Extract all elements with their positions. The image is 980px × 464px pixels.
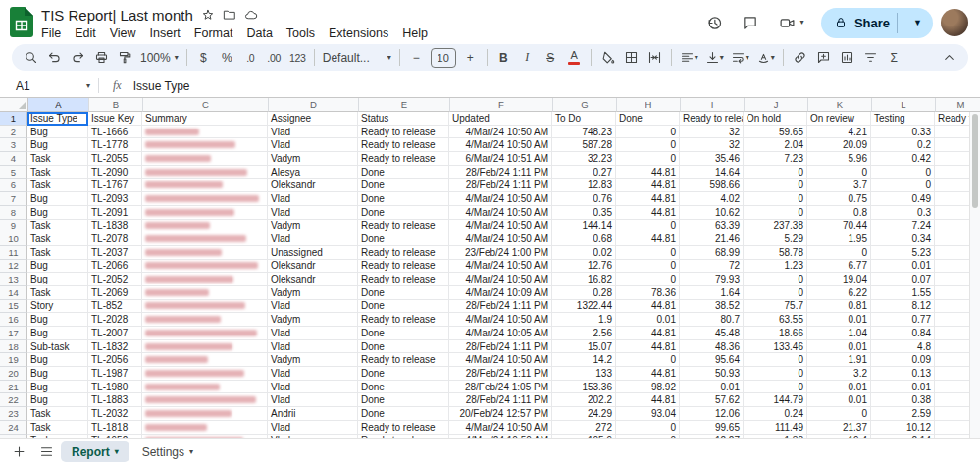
row-header-1[interactable]: 1: [0, 112, 27, 126]
cell[interactable]: 0.68: [552, 232, 616, 246]
cell[interactable]: 0.35: [552, 206, 616, 220]
cell[interactable]: 1.38: [744, 435, 807, 439]
cell[interactable]: TL-1883: [88, 393, 142, 407]
zoom-select[interactable]: 100%▾: [137, 46, 181, 70]
cell[interactable]: 0: [871, 166, 935, 180]
row-header-16[interactable]: 16: [0, 313, 27, 327]
cell[interactable]: 144.79: [744, 393, 807, 407]
cell[interactable]: 4/Mar/24 10:50 AM: [449, 260, 552, 274]
cell[interactable]: 44.81: [616, 367, 680, 381]
cell[interactable]: 44.81: [616, 327, 680, 340]
row-header-3[interactable]: 3: [0, 138, 27, 152]
cell[interactable]: Alesya: [268, 166, 358, 180]
cell[interactable]: [142, 381, 268, 394]
cell[interactable]: 0: [807, 166, 871, 180]
column-header-F[interactable]: F: [450, 98, 553, 112]
cell[interactable]: 1.91: [807, 353, 871, 367]
cell[interactable]: 44.81: [616, 393, 680, 407]
cell[interactable]: Oleksandr: [268, 260, 358, 274]
scrollbar-thumb[interactable]: [972, 114, 978, 208]
cell[interactable]: 1.95: [807, 232, 871, 246]
cell[interactable]: [142, 421, 268, 435]
cell[interactable]: [142, 232, 268, 246]
cell[interactable]: 748.23: [552, 126, 616, 139]
cell[interactable]: Unassigned: [268, 246, 358, 260]
cell[interactable]: Done: [358, 166, 449, 180]
version-history-icon[interactable]: [699, 7, 731, 38]
cell[interactable]: Ready to release: [358, 260, 449, 274]
cell[interactable]: TL-2055: [88, 152, 142, 166]
cell[interactable]: Bug: [27, 138, 88, 152]
menu-insert[interactable]: Insert: [143, 26, 187, 41]
row-header-25[interactable]: 25: [0, 435, 27, 439]
cell[interactable]: Summary: [142, 112, 268, 126]
cell[interactable]: Task: [27, 407, 88, 421]
cell[interactable]: 0.84: [871, 327, 935, 340]
cell[interactable]: TL-2037: [88, 246, 142, 260]
cell[interactable]: 28/Feb/24 1:11 PM: [449, 179, 552, 192]
format-percent-button[interactable]: %: [216, 46, 238, 70]
cell[interactable]: TL-2078: [88, 232, 142, 246]
cell[interactable]: Bug: [27, 367, 88, 381]
cell[interactable]: 14.64: [680, 166, 744, 180]
cell[interactable]: TL-2066: [88, 260, 142, 274]
cell[interactable]: TL-2069: [88, 286, 142, 300]
cell[interactable]: 0.13: [871, 367, 935, 381]
cell[interactable]: Done: [358, 192, 449, 206]
row-header-21[interactable]: 21: [0, 381, 27, 394]
cell[interactable]: 587.28: [552, 138, 616, 152]
cell[interactable]: TL-2056: [88, 353, 142, 367]
merge-cells-icon[interactable]: [644, 46, 666, 70]
cell[interactable]: 3.7: [807, 179, 871, 192]
cell[interactable]: [142, 313, 268, 327]
cell[interactable]: 59.65: [744, 126, 807, 139]
cell[interactable]: TL-1838: [88, 220, 142, 233]
cell[interactable]: Vadym: [268, 286, 358, 300]
column-header-M[interactable]: M: [936, 98, 980, 112]
insert-comment-icon[interactable]: [812, 46, 835, 70]
bold-button[interactable]: B: [492, 46, 515, 70]
column-header-I[interactable]: I: [681, 98, 745, 112]
cell[interactable]: [142, 286, 268, 300]
row-header-14[interactable]: 14: [0, 286, 27, 300]
increase-decimal-button[interactable]: .00: [263, 46, 285, 70]
cell[interactable]: 0.28: [552, 286, 616, 300]
cell[interactable]: Task: [27, 421, 88, 435]
cell[interactable]: 0: [807, 246, 871, 260]
menu-help[interactable]: Help: [395, 26, 435, 41]
cell[interactable]: 1.04: [807, 327, 871, 340]
more-formats-button[interactable]: 123: [286, 46, 309, 70]
redo-button[interactable]: [67, 46, 89, 70]
row-header-6[interactable]: 6: [0, 179, 27, 192]
row-header-13[interactable]: 13: [0, 273, 27, 286]
functions-button[interactable]: Σ: [883, 46, 905, 70]
cell[interactable]: [142, 327, 268, 340]
cell[interactable]: [142, 206, 268, 220]
cell[interactable]: 598.66: [680, 179, 744, 192]
cell[interactable]: Bug: [27, 206, 88, 220]
cell[interactable]: 35.46: [680, 152, 744, 166]
cell[interactable]: Ready to release: [358, 138, 449, 152]
cell[interactable]: Done: [358, 300, 449, 314]
cell[interactable]: [142, 152, 268, 166]
cell[interactable]: 63.39: [680, 220, 744, 233]
cell[interactable]: 4/Mar/24 10:50 AM: [449, 232, 552, 246]
text-wrap-button[interactable]: ▾: [728, 46, 752, 70]
cell[interactable]: TL-2052: [88, 273, 142, 286]
cell[interactable]: 80.7: [680, 313, 744, 327]
cell[interactable]: 2.59: [871, 407, 935, 421]
print-button[interactable]: [90, 46, 113, 70]
cell[interactable]: Done: [358, 381, 449, 394]
cell[interactable]: 0: [616, 220, 680, 233]
cell[interactable]: TL-1832: [88, 340, 142, 354]
all-sheets-icon[interactable]: [33, 441, 59, 463]
cell[interactable]: 0.3: [871, 206, 935, 220]
strikethrough-button[interactable]: S: [540, 46, 562, 70]
cell[interactable]: 0: [616, 260, 680, 274]
cell[interactable]: 0: [616, 138, 680, 152]
undo-button[interactable]: [43, 46, 66, 70]
cell[interactable]: Testing: [871, 112, 935, 126]
cell[interactable]: Bug: [27, 260, 88, 274]
cell[interactable]: 0: [616, 126, 680, 139]
cell[interactable]: 44.81: [616, 300, 680, 314]
